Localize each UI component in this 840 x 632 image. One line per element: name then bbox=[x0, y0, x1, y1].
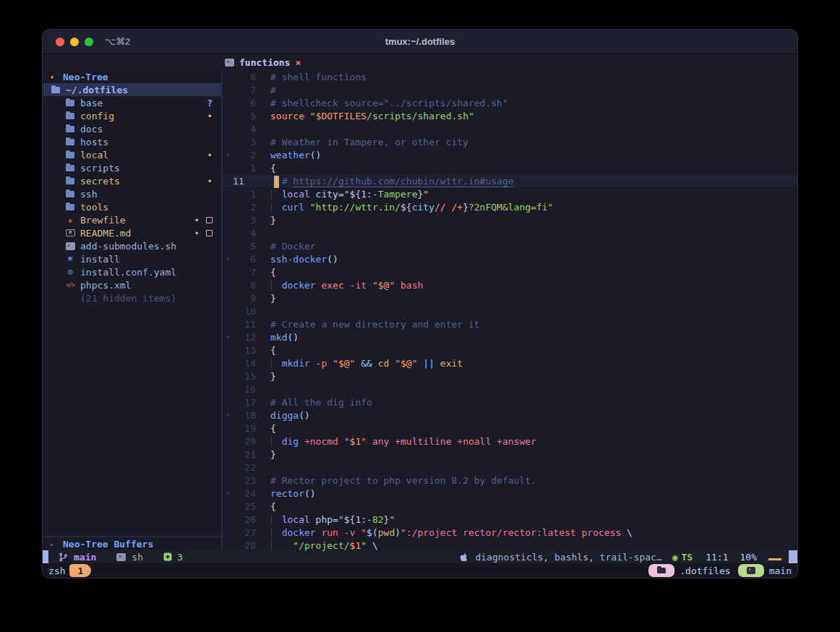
line-number: 26 bbox=[233, 514, 256, 525]
editor-line[interactable]: 17# All the dig info bbox=[223, 396, 797, 409]
close-button[interactable] bbox=[56, 38, 64, 46]
line-number: 15 bbox=[233, 371, 256, 382]
filetype-icon bbox=[116, 553, 126, 561]
editor-line[interactable]: 26 local php="${1:-82}" bbox=[223, 513, 797, 526]
fold-chevron-icon[interactable]: ▾ bbox=[223, 151, 233, 158]
tree-item[interactable]: ssh bbox=[43, 187, 221, 200]
code-text: local php="${1:-82}" bbox=[270, 514, 797, 525]
editor-line[interactable]: 7{ bbox=[223, 265, 797, 278]
editor-line[interactable]: 25{ bbox=[223, 500, 797, 513]
code-text: } bbox=[270, 215, 797, 226]
editor-line[interactable]: 19{ bbox=[223, 422, 797, 435]
tree-item[interactable]: base? bbox=[43, 96, 221, 109]
editor-line[interactable]: 13{ bbox=[223, 343, 797, 356]
git-branch-icon bbox=[59, 552, 68, 562]
tmux-right-status: .dotfiles main bbox=[648, 564, 792, 577]
editor-line[interactable]: 1{ bbox=[223, 161, 797, 174]
neotree-header[interactable]: ▾ Neo-Tree bbox=[43, 70, 221, 83]
editor-line[interactable]: ▾2weather() bbox=[223, 148, 797, 161]
editor-line[interactable]: 10 bbox=[223, 304, 797, 317]
editor-line[interactable]: ▾24rector() bbox=[223, 487, 797, 500]
editor-line[interactable]: 5# Docker bbox=[223, 239, 797, 252]
tree-item[interactable]: MREADME.md• bbox=[43, 226, 221, 239]
tree-item[interactable]: ⚙install.conf.yaml bbox=[43, 265, 221, 278]
editor-line[interactable]: 22 bbox=[223, 461, 797, 474]
tree-item[interactable]: secrets• bbox=[43, 174, 221, 187]
editor-line[interactable]: 3} bbox=[223, 213, 797, 226]
tree-item-label: config bbox=[80, 111, 114, 121]
editor-line[interactable]: 23# Rector project to php version 8.2 by… bbox=[223, 474, 797, 487]
neotree-buffers-header[interactable]: ▸ Neo-Tree Buffers bbox=[43, 537, 221, 550]
tree-item[interactable]: local• bbox=[43, 148, 221, 161]
neotree-empty-area bbox=[43, 304, 221, 536]
tree-item[interactable]: config• bbox=[43, 109, 221, 122]
git-modified-dot: • bbox=[194, 228, 200, 239]
code-text: local city="${1:-Tampere}" bbox=[270, 189, 797, 200]
fold-chevron-icon[interactable]: ▾ bbox=[223, 490, 233, 497]
tree-item-label: tools bbox=[80, 202, 108, 213]
editor-line[interactable]: 27 docker run -v "$(pwd)":/project recto… bbox=[223, 526, 797, 539]
editor-line[interactable]: 4 bbox=[223, 122, 797, 135]
editor-line[interactable]: 16 bbox=[223, 383, 797, 396]
chevron-down-icon: ▾ bbox=[47, 73, 57, 81]
editor-line[interactable]: 11# Create a new directory and enter it bbox=[223, 317, 797, 330]
zoom-button[interactable] bbox=[85, 38, 93, 46]
line-number: 12 bbox=[233, 332, 256, 343]
editor-line[interactable]: 21} bbox=[223, 448, 797, 461]
git-modified-dot: • bbox=[207, 150, 213, 161]
folder-icon bbox=[64, 113, 76, 119]
editor-window[interactable]: 8# shell functions7#6# shellcheck source… bbox=[223, 70, 797, 550]
editor-line[interactable]: 8 docker exec -it "$@" bash bbox=[223, 278, 797, 291]
editor-line[interactable]: 5source "$DOTFILES/scripts/shared.sh" bbox=[223, 109, 797, 122]
editor-line[interactable]: 6# shellcheck source="../scripts/shared.… bbox=[223, 96, 797, 109]
editor-line[interactable]: 7# bbox=[223, 83, 797, 96]
line-number: 9 bbox=[233, 293, 256, 304]
editor-line[interactable]: 1 local city="${1:-Tampere}" bbox=[223, 187, 797, 200]
tree-item[interactable]: add-submodules.sh bbox=[43, 239, 221, 252]
lsp-servers: diagnosticls, bashls, trail-spac… bbox=[475, 552, 661, 563]
line-number: 4 bbox=[233, 124, 256, 134]
editor-line[interactable]: 15} bbox=[223, 370, 797, 383]
tab-label: functions bbox=[239, 57, 290, 68]
editor-line[interactable]: 11 # https://github.com/chubin/wttr.in#u… bbox=[223, 174, 797, 187]
tree-item[interactable]: (21 hidden items) bbox=[43, 291, 221, 304]
tree-item[interactable]: *install bbox=[43, 252, 221, 265]
fold-chevron-icon[interactable]: ▾ bbox=[223, 255, 233, 262]
editor-line[interactable]: 2 curl "http://wttr.in/${city// /+}?2nFQ… bbox=[223, 200, 797, 213]
fold-chevron-icon[interactable]: ▾ bbox=[223, 411, 233, 419]
editor-line[interactable]: ▾18digga() bbox=[223, 409, 797, 422]
editor-line[interactable]: 28 "/project/$1" \ bbox=[223, 539, 797, 552]
tree-item[interactable]: </>phpcs.xml bbox=[43, 278, 221, 291]
tree-item-label: base bbox=[80, 98, 103, 108]
tab-close-icon[interactable]: × bbox=[295, 57, 301, 68]
editor-line[interactable]: 4 bbox=[223, 226, 797, 239]
editor-line[interactable]: 3# Weather in Tampere, or other city bbox=[223, 135, 797, 148]
editor-line[interactable]: 20 dig +nocmd "$1" any +multiline +noall… bbox=[223, 435, 797, 448]
line-number: 11 bbox=[233, 319, 256, 330]
minimize-button[interactable] bbox=[70, 38, 79, 46]
editor-line[interactable]: ▾12mkd() bbox=[223, 330, 797, 343]
fold-chevron-icon[interactable]: ▾ bbox=[223, 333, 233, 341]
editor-line[interactable]: 14 mkdir -p "$@" && cd "$@" || exit bbox=[223, 356, 797, 370]
tab-functions[interactable]: functions × bbox=[225, 57, 301, 68]
tree-item[interactable]: docs bbox=[43, 122, 221, 135]
tree-item[interactable]: tools bbox=[43, 200, 221, 213]
editor-line[interactable]: ▾6ssh-docker() bbox=[223, 252, 797, 265]
code-text: weather() bbox=[270, 150, 797, 161]
tree-item-label: docs bbox=[80, 124, 103, 134]
tree-item-label: scripts bbox=[80, 163, 120, 174]
gem-icon: ◆ bbox=[64, 216, 76, 224]
tree-item[interactable]: ◆Brewfile• bbox=[43, 213, 221, 226]
tree-item[interactable]: scripts bbox=[43, 161, 221, 174]
tmux-window-index-badge[interactable]: 1 bbox=[69, 564, 91, 577]
branch-name[interactable]: main bbox=[74, 552, 96, 563]
code-text: { bbox=[270, 267, 797, 278]
tree-item[interactable]: hosts bbox=[43, 135, 221, 148]
editor-line[interactable]: 8# shell functions bbox=[223, 70, 797, 83]
code-text: # Docker bbox=[270, 241, 797, 252]
filetype-label: sh bbox=[132, 552, 143, 563]
tree-item-label: Brewfile bbox=[80, 215, 126, 226]
line-number: 23 bbox=[233, 475, 256, 486]
neotree-root-item[interactable]: ~/.dotfiles bbox=[43, 83, 221, 96]
editor-line[interactable]: 9} bbox=[223, 291, 797, 304]
